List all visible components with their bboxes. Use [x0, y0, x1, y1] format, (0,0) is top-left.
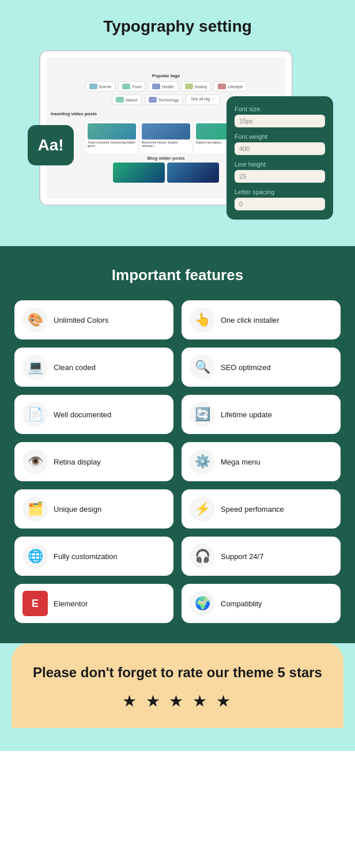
blog-card-text-2: Beyond the horizon: Explore unknown... [142, 141, 190, 148]
feature-elementor: E Elementor [14, 584, 173, 623]
clean-coded-label: Clean coded [54, 363, 96, 372]
tags-row-2: Nature Technology See all tag → [112, 95, 220, 105]
feature-lifetime-update: 🔄 Lifetime update [182, 395, 341, 434]
seo-optimized-label: SEO optimized [221, 363, 271, 372]
blog-card-img-1 [88, 123, 136, 139]
features-section: Important features 🎨 Unlimited Colors 👆 … [0, 246, 355, 643]
bottom-section: Please don't forget to rate our theme 5 … [0, 643, 355, 751]
compatiblity-icon: 🌍 [190, 591, 215, 616]
tags-row: Events Food Health History Lifestyle [85, 81, 247, 92]
font-size-value[interactable]: 15px [235, 115, 325, 127]
unlimited-colors-label: Unlimited Colors [54, 316, 108, 324]
tag-events: Events [85, 81, 115, 92]
feature-fully-customization: 🌐 Fully customization [14, 537, 173, 576]
line-height-label: Line height [235, 161, 325, 168]
tag-food: Food [118, 81, 145, 92]
feature-unique-design: 🗂️ Unique design [14, 489, 173, 529]
speed-performance-icon: ⚡ [190, 496, 215, 522]
feature-one-click-installer: 👆 One click installer [182, 300, 341, 339]
features-grid: 🎨 Unlimited Colors 👆 One click installer… [14, 300, 341, 623]
compatiblity-label: Compatiblity [221, 599, 262, 608]
font-weight-label: Font weight [235, 133, 325, 140]
elementor-icon: E [22, 591, 48, 616]
bottom-card: Please don't forget to rate our theme 5 … [12, 643, 343, 728]
letter-spacing-label: Letter spacing [235, 188, 325, 195]
mega-menu-label: Mega menu [221, 458, 260, 466]
one-click-installer-icon: 👆 [190, 307, 215, 333]
tag-nature: Nature [112, 95, 142, 105]
fully-customization-label: Fully customization [54, 552, 118, 561]
feature-clean-coded: 💻 Clean coded [14, 348, 173, 387]
retina-display-icon: 👁️ [22, 449, 48, 474]
slider-card-2 [167, 163, 219, 183]
unlimited-colors-icon: 🎨 [22, 307, 48, 333]
blog-card-text-1: Travel uncharted: Discovering hidden gem… [88, 141, 136, 148]
feature-speed-performance: ⚡ Speed perfomance [182, 489, 341, 529]
font-size-label: Font size [235, 105, 325, 112]
font-card: Font size 15px Font weight 400 Line heig… [226, 96, 333, 220]
retina-display-label: Retina display [54, 458, 101, 466]
feature-retina-display: 👁️ Retina display [14, 442, 173, 481]
tag-history: History [181, 81, 212, 92]
tag-lifestyle: Lifestyle [214, 81, 247, 92]
blog-card-img-2 [142, 123, 190, 139]
elementor-label: Elementor [54, 599, 88, 608]
letter-spacing-value[interactable]: 0 [235, 198, 325, 210]
top-title: Typography setting [103, 17, 252, 36]
feature-mega-menu: ⚙️ Mega menu [182, 442, 341, 481]
feature-unlimited-colors: 🎨 Unlimited Colors [14, 300, 173, 339]
well-documented-icon: 📄 [22, 402, 48, 427]
slider-row [113, 163, 219, 183]
feature-well-documented: 📄 Well documented [14, 395, 173, 434]
slider-label: Blog slider posts [148, 156, 185, 161]
feature-seo-optimized: 🔍 SEO optimized [182, 348, 341, 387]
feature-support-247: 🎧 Support 24/7 [182, 537, 341, 576]
unique-design-label: Unique design [54, 505, 101, 514]
tag-technology: Technology [145, 95, 183, 105]
feature-compatiblity: 🌍 Compatiblity [182, 584, 341, 623]
stars: ★ ★ ★ ★ ★ [23, 692, 332, 711]
support-247-icon: 🎧 [190, 544, 215, 569]
blog-card-1: Travel uncharted: Discovering hidden gem… [86, 122, 138, 153]
font-weight-value[interactable]: 400 [235, 142, 325, 155]
mega-menu-icon: ⚙️ [190, 449, 215, 474]
fully-customization-icon: 🌐 [22, 544, 48, 569]
line-height-value[interactable]: 25 [235, 170, 325, 183]
tag-see-all[interactable]: See all tag → [186, 95, 220, 105]
features-title: Important features [14, 266, 341, 284]
lifetime-update-label: Lifetime update [221, 410, 272, 419]
tag-health: Health [148, 81, 178, 92]
screenshot-container: Popular tags Events Food Health History … [22, 50, 333, 229]
one-click-installer-label: One click installer [221, 316, 280, 324]
speed-performance-label: Speed perfomance [221, 505, 284, 514]
blog-posts-grid: Travel uncharted: Discovering hidden gem… [86, 122, 246, 153]
well-documented-label: Well documented [54, 410, 111, 419]
lifetime-update-icon: 🔄 [190, 402, 215, 427]
top-section: Typography setting Popular tags Events F… [0, 0, 355, 246]
travel-label: traveling video posts [51, 111, 97, 116]
seo-optimized-icon: 🔍 [190, 354, 215, 380]
support-247-label: Support 24/7 [221, 552, 263, 561]
aa-box: Aa! [28, 125, 74, 165]
slider-card-1 [113, 163, 165, 183]
popular-tags-label: Popular tags [152, 73, 180, 78]
bottom-text: Please don't forget to rate our theme 5 … [23, 663, 332, 681]
unique-design-icon: 🗂️ [22, 496, 48, 522]
clean-coded-icon: 💻 [22, 354, 48, 380]
blog-card-2: Beyond the horizon: Explore unknown... [140, 122, 192, 153]
